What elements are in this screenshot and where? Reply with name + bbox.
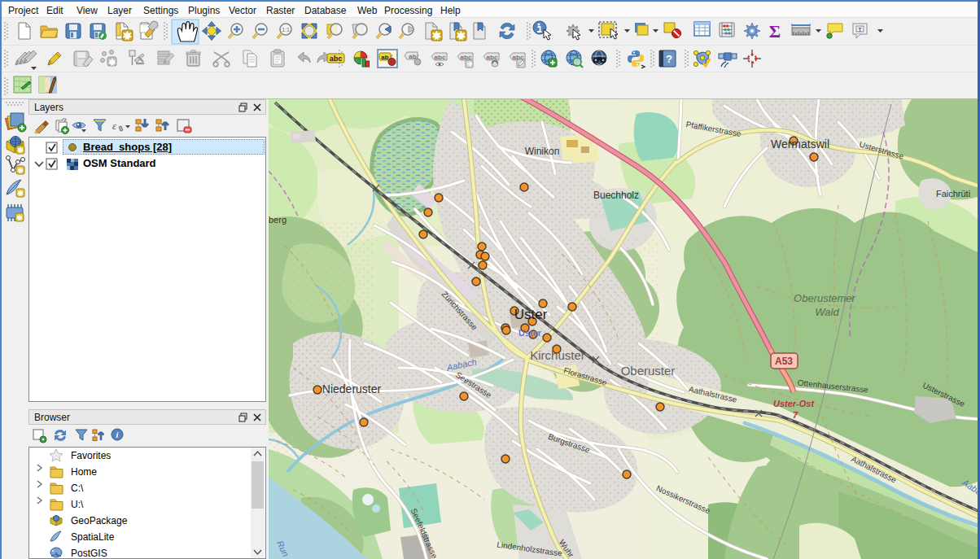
svg-text:ab: ab [409,53,416,60]
svg-text:ab: ab [381,54,388,61]
svg-text:Wermatswil: Wermatswil [771,138,829,151]
svg-text:T: T [858,26,862,33]
svg-text:Wald: Wald [815,306,839,318]
svg-text:Uster: Uster [514,307,548,322]
svg-text:Kirchuster: Kirchuster [530,348,585,362]
svg-text:i: i [116,430,119,439]
svg-text:1:1: 1:1 [282,27,290,33]
svg-text:ε: ε [112,120,117,132]
svg-text:A53: A53 [775,356,793,367]
svg-text:Oberuster: Oberuster [621,364,676,378]
svg-text:Σ: Σ [769,21,781,41]
svg-text:Uster: Uster [518,328,542,338]
svg-text:Winikon: Winikon [525,146,560,157]
svg-text:Uster-Ost: Uster-Ost [773,399,815,408]
svg-text:Oberustemer: Oberustemer [794,292,856,304]
svg-text:Buechholz: Buechholz [593,190,639,201]
svg-text:berg: berg [269,215,287,225]
svg-text:Niederuster: Niederuster [322,382,382,395]
svg-text:7: 7 [793,410,798,420]
svg-text:?: ? [666,53,672,65]
svg-text:Faichrüti: Faichrüti [936,189,970,199]
